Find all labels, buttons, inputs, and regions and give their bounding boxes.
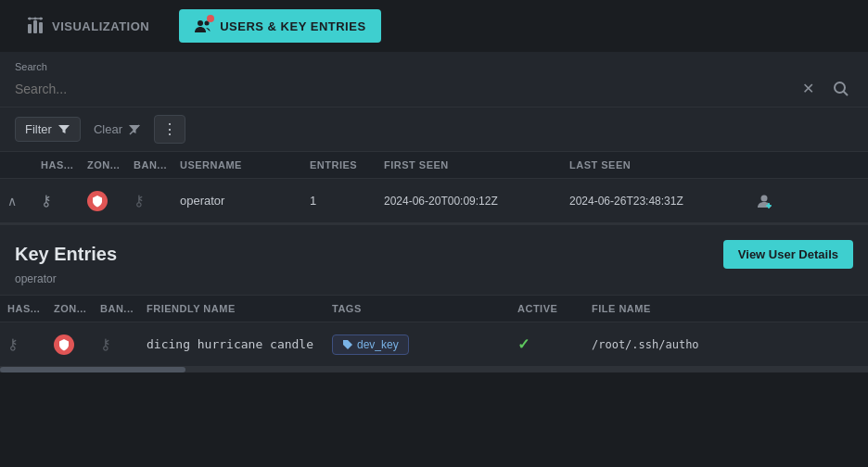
- notification-dot: [207, 15, 214, 22]
- col-ban: BAN...: [126, 159, 172, 170]
- svg-point-6: [40, 18, 43, 20]
- col-action: [747, 159, 803, 170]
- ke-col-filename: FILE NAME: [584, 303, 868, 314]
- row-zon: !: [80, 191, 126, 211]
- svg-rect-0: [28, 24, 32, 33]
- ke-row-friendly: dicing hurricane candle: [139, 337, 325, 351]
- ke-table-row[interactable]: ⚷ ! ⚷ dicing hurricane candle: [0, 322, 868, 367]
- ke-table-header: HAS... ZON... BAN... FRIENDLY NAME TAGS …: [0, 295, 868, 322]
- col-last-seen: LAST SEEN: [562, 159, 747, 170]
- col-has: HAS...: [33, 159, 80, 170]
- key-entries-section: Key Entries View User Details operator H…: [0, 223, 868, 372]
- search-section: Search ✕: [0, 52, 868, 107]
- col-first-seen: FIRST SEEN: [377, 159, 562, 170]
- more-label: ⋮: [162, 120, 177, 138]
- svg-point-9: [835, 82, 845, 93]
- nav-visualization[interactable]: VISUALIZATION: [11, 9, 164, 43]
- ke-row-has: ⚷: [0, 335, 46, 353]
- key-entries-subtitle: operator: [0, 272, 868, 295]
- search-label: Search: [15, 61, 853, 72]
- ke-col-active: ACTIVE: [510, 303, 584, 314]
- users-icon-wrapper: [194, 17, 212, 35]
- search-actions: ✕: [798, 76, 853, 101]
- nav-users-label: USERS & KEY ENTRIES: [220, 19, 365, 33]
- col-entries: ENTRIES: [302, 159, 377, 170]
- row-username: operator: [172, 194, 302, 208]
- ke-col-zon: ZON...: [46, 303, 93, 314]
- clear-search-button[interactable]: ✕: [798, 76, 818, 101]
- svg-text:!: !: [63, 342, 65, 348]
- top-nav: VISUALIZATION USERS & KEY ENTRIES: [0, 0, 868, 52]
- col-username: USERNAME: [172, 159, 302, 170]
- ke-col-ban: BAN...: [93, 303, 139, 314]
- scrollbar-thumb[interactable]: [0, 367, 185, 372]
- ke-key-icon: ⚷: [7, 335, 19, 353]
- col-zon: ZON...: [80, 159, 126, 170]
- svg-point-7: [198, 20, 203, 26]
- key-entries-header: Key Entries View User Details: [0, 223, 868, 272]
- ke-row-filename: /root/.ssh/autho: [584, 338, 868, 351]
- svg-rect-15: [768, 203, 770, 208]
- users-table-header: HAS... ZON... BAN... USERNAME ENTRIES FI…: [0, 152, 868, 179]
- ban-key-icon: ⚷: [134, 192, 145, 209]
- ke-row-active: ✓: [510, 335, 584, 353]
- row-ban: ⚷: [126, 192, 172, 209]
- svg-rect-1: [33, 20, 37, 33]
- svg-line-10: [844, 91, 849, 95]
- row-expand[interactable]: ∧: [0, 194, 33, 208]
- svg-rect-2: [39, 22, 43, 33]
- ke-col-has: HAS...: [0, 303, 46, 314]
- users-table: HAS... ZON... BAN... USERNAME ENTRIES FI…: [0, 152, 868, 223]
- svg-point-4: [29, 18, 32, 20]
- tag-label: dev_key: [357, 338, 399, 351]
- visualization-icon: [26, 17, 45, 35]
- nav-users-key-entries[interactable]: USERS & KEY ENTRIES: [179, 9, 380, 43]
- row-first-seen: 2024-06-20T00:09:12Z: [377, 195, 562, 208]
- ke-col-friendly: FRIENDLY NAME: [139, 303, 325, 314]
- search-input[interactable]: [15, 82, 791, 96]
- red-shield-icon: !: [87, 191, 108, 211]
- key-entries-title-group: Key Entries: [15, 244, 117, 265]
- col-expand: [0, 159, 33, 170]
- ke-ban-icon: ⚷: [100, 335, 111, 353]
- filter-label: Filter: [25, 122, 52, 136]
- horizontal-scrollbar[interactable]: [0, 367, 868, 372]
- filter-bar: Filter Clear ⋮: [0, 107, 868, 152]
- active-checkmark: ✓: [517, 335, 530, 353]
- row-user-action[interactable]: [747, 192, 803, 210]
- key-entries-table: HAS... ZON... BAN... FRIENDLY NAME TAGS …: [0, 295, 868, 367]
- svg-point-13: [761, 195, 768, 201]
- ke-row-tags: dev_key: [325, 334, 510, 355]
- table-row[interactable]: ∧ ⚷ ! ⚷ operator 1 2024-06-20T00:09:12Z …: [0, 179, 868, 223]
- svg-point-17: [345, 341, 347, 343]
- key-icon: ⚷: [41, 192, 52, 209]
- ke-red-shield-icon: !: [54, 334, 74, 355]
- row-last-seen: 2024-06-26T23:48:31Z: [562, 195, 747, 208]
- ke-col-tags: TAGS: [325, 303, 510, 314]
- tag-badge: dev_key: [332, 334, 409, 355]
- more-options-button[interactable]: ⋮: [154, 115, 185, 144]
- clear-label: Clear: [94, 122, 122, 136]
- ke-row-ban: ⚷: [93, 335, 139, 353]
- chevron-up-icon: ∧: [7, 194, 17, 208]
- nav-visualization-label: VISUALIZATION: [52, 19, 149, 33]
- clear-filter-button[interactable]: Clear: [88, 118, 147, 141]
- search-button[interactable]: [829, 77, 853, 101]
- row-has: ⚷: [33, 192, 80, 209]
- search-row: ✕: [15, 76, 853, 101]
- view-user-details-button[interactable]: View User Details: [723, 240, 853, 269]
- row-entries: 1: [302, 194, 377, 208]
- filter-button[interactable]: Filter: [15, 117, 81, 142]
- main-content: Search ✕ Filter Clear: [0, 52, 868, 372]
- ke-row-zon: !: [46, 334, 93, 355]
- svg-text:!: !: [96, 198, 98, 205]
- key-entries-title: Key Entries: [15, 244, 117, 265]
- svg-point-5: [34, 18, 37, 20]
